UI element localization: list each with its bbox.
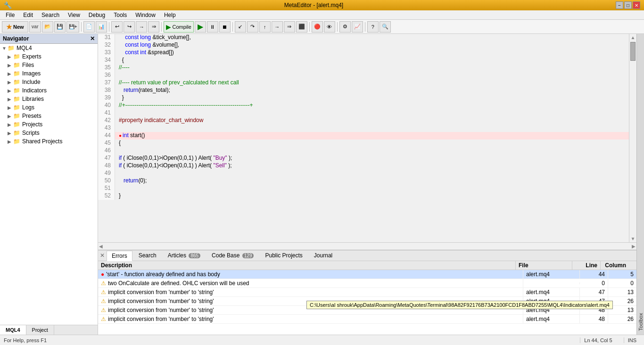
tree-item-logs[interactable]: ▶ 📁 Logs <box>0 103 98 112</box>
code-line: 41 <box>98 109 629 117</box>
warning-icon: ⚠ <box>101 298 106 304</box>
search-toolbar-button[interactable]: 🔍 <box>380 21 391 33</box>
breakpoints-button[interactable]: 🔴 <box>312 21 323 33</box>
chart-icon-button[interactable]: 📈 <box>352 21 363 33</box>
warning-icon: ⚠ <box>101 316 106 322</box>
code-line: 52 } <box>98 192 629 200</box>
new-button[interactable]: ★ New <box>2 21 28 33</box>
tab-public-projects[interactable]: Public Projects <box>260 250 307 261</box>
error-row[interactable]: ⚠ two OnCalculate are defined. OHLC vers… <box>98 279 636 288</box>
step-over-button[interactable]: ↷ <box>247 21 258 33</box>
tab-articles[interactable]: Articles 865 <box>163 250 206 261</box>
folder-icon: 📁 <box>13 79 20 85</box>
tab-mql4[interactable]: MQL4 <box>0 325 26 335</box>
undo-button[interactable]: ↩ <box>111 21 123 33</box>
folder-icon: 📁 <box>13 87 20 94</box>
tree-label: Presets <box>22 113 41 119</box>
tree-item-images[interactable]: ▶ 📁 Images <box>0 69 98 78</box>
start-button[interactable]: ▶ <box>195 21 206 33</box>
run-to-button[interactable]: → <box>272 21 283 33</box>
tab-errors[interactable]: Errors <box>107 251 132 261</box>
error-row[interactable]: ● 'start' - function already defined and… <box>98 270 636 279</box>
menu-search[interactable]: Search <box>38 11 63 19</box>
close-button[interactable]: ✕ <box>633 1 640 9</box>
tree-item-experts[interactable]: ▶ 📁 Experts <box>0 52 98 61</box>
tab-search[interactable]: Search <box>133 250 162 261</box>
save-button[interactable]: 💾 <box>54 21 66 33</box>
bottom-panel-close[interactable]: ✕ <box>100 252 105 259</box>
break-button[interactable]: ⬛ <box>296 21 307 33</box>
tree-item-presets[interactable]: ▶ 📁 Presets <box>0 112 98 120</box>
error-desc: ● 'start' - function already defined and… <box>98 270 523 279</box>
scrollbar-thumb[interactable] <box>630 42 636 61</box>
menu-file[interactable]: File <box>2 11 18 19</box>
code-line: 39 } <box>98 94 629 102</box>
tab-journal[interactable]: Journal <box>309 250 338 261</box>
error-row[interactable]: ⚠ implicit conversion from 'number' to '… <box>98 288 636 297</box>
vertical-scrollbar[interactable]: ▲ ▼ <box>629 34 636 242</box>
toolbar-sep-1 <box>81 22 82 32</box>
arrow-btn[interactable]: → <box>136 21 147 33</box>
code-line: 34 { <box>98 57 629 64</box>
open-button[interactable]: 📂 <box>42 21 53 33</box>
next-button[interactable]: ⇒ <box>284 21 295 33</box>
menu-tools[interactable]: Tools <box>110 11 131 19</box>
horizontal-scrollbar[interactable]: ◀ ▶ <box>98 242 636 250</box>
tree-item-libraries[interactable]: ▶ 📁 Libraries <box>0 95 98 103</box>
view-chart-button[interactable]: 📊 <box>96 21 107 33</box>
main-layout: Navigator ✕ ▼ 📁 MQL4 ▶ 📁 Experts ▶ 📁 Fil… <box>0 34 644 335</box>
tree-label: Files <box>22 62 34 68</box>
menu-debug[interactable]: Debug <box>85 11 109 19</box>
menu-window[interactable]: Window <box>132 11 159 19</box>
tree-item-indicators[interactable]: ▶ 📁 Indicators <box>0 86 98 95</box>
pause-button[interactable]: ⏸ <box>207 21 218 33</box>
save-all-button[interactable]: 💾+ <box>66 21 80 33</box>
navigator-close-button[interactable]: ✕ <box>90 35 95 42</box>
code-line: 50 return(0); <box>98 177 629 185</box>
tree-item-include[interactable]: ▶ 📁 Include <box>0 78 98 86</box>
status-help-text: For Help, press F1 <box>4 337 47 343</box>
menu-edit[interactable]: Edit <box>19 11 37 19</box>
filepath-tooltip: C:\Users\al shrouk\AppData\Roaming\MetaQ… <box>306 301 613 309</box>
navigator-header: Navigator ✕ <box>0 34 98 44</box>
scroll-up-arrow[interactable]: ▲ <box>629 34 636 41</box>
error-row[interactable]: ⚠ implicit conversion from 'number' to '… <box>98 315 636 324</box>
scroll-down-arrow[interactable]: ▼ <box>629 235 636 242</box>
redo-button[interactable]: ↪ <box>124 21 135 33</box>
help-button[interactable]: ? <box>367 21 379 33</box>
minimize-button[interactable]: − <box>616 1 623 9</box>
toolbar-var-button[interactable]: var <box>29 21 41 33</box>
arrow-btn2[interactable]: ⇒ <box>148 21 159 33</box>
toolbox-label: Toolbox <box>638 313 644 331</box>
menu-view[interactable]: View <box>64 11 84 19</box>
error-col: 13 <box>608 288 636 296</box>
folder-icon: 📁 <box>13 53 20 60</box>
menu-help[interactable]: Help <box>160 11 180 19</box>
tab-codebase[interactable]: Code Base 129 <box>206 250 259 261</box>
watch-button[interactable]: 👁 <box>324 21 335 33</box>
error-file <box>523 282 580 284</box>
folder-icon: 📁 <box>13 113 20 119</box>
step-out-button[interactable]: ↑ <box>259 21 271 33</box>
tree-item-shared-projects[interactable]: ▶ 📁 Shared Projects <box>0 137 98 146</box>
step-into-button[interactable]: ↙ <box>235 21 246 33</box>
hscroll-right-arrow[interactable]: ▶ <box>631 244 636 249</box>
tree-root-mql4[interactable]: ▼ 📁 MQL4 <box>0 44 98 52</box>
code-line: 47 if ( iClose(0,0,1)>iOpen(0,0,1) ) Ale… <box>98 155 629 162</box>
bottom-tabs-bar: ✕ Errors Search Articles 865 Code Base 1… <box>98 250 636 261</box>
tree-label: Experts <box>22 53 41 60</box>
error-col: 5 <box>608 270 636 279</box>
settings-button[interactable]: ⚙ <box>339 21 351 33</box>
code-editor[interactable]: 31 const long &tick_volume[], 32 const l… <box>98 34 629 242</box>
tree-item-scripts[interactable]: ▶ 📁 Scripts <box>0 129 98 137</box>
hscroll-left-arrow[interactable]: ◀ <box>98 244 104 249</box>
tree-item-files[interactable]: ▶ 📁 Files <box>0 61 98 69</box>
tab-project[interactable]: Project <box>26 325 54 335</box>
tree-item-projects[interactable]: ▶ 📁 Projects <box>0 120 98 129</box>
stop-button[interactable]: ⏹ <box>219 21 231 33</box>
maximize-button[interactable]: □ <box>624 1 632 9</box>
error-table: Description File Line Column ● 'start' -… <box>98 261 636 335</box>
code-line: 42 #property indicator_chart_window <box>98 117 629 124</box>
compile-button[interactable]: ▶ Compile <box>164 21 193 33</box>
view-editor-button[interactable]: 📄 <box>83 21 95 33</box>
